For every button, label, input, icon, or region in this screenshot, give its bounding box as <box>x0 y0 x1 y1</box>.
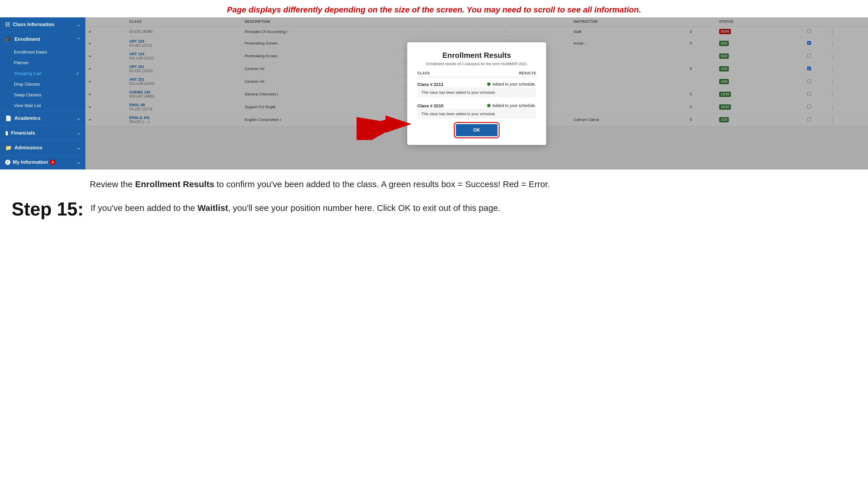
modal-result-status-2: Added to your schedule. <box>492 103 536 108</box>
review-paragraph: Review the Enrollment Results to confirm… <box>90 178 778 190</box>
review-text-after: to confirm you've been added to the clas… <box>214 180 550 189</box>
modal-result-badge-1: Added to your schedule. <box>487 82 536 87</box>
card-icon: ▮ <box>5 130 8 136</box>
top-banner: Page displays differently depending on t… <box>0 0 868 18</box>
review-bold: Enrollment Results <box>135 180 214 189</box>
check-icon: ✓ <box>76 71 80 76</box>
step15-bold: Waitlist <box>197 203 228 213</box>
sidebar-label-academics: Academics <box>14 116 40 121</box>
modal-class-num-2: Class # 2215 <box>417 103 443 108</box>
step15-text-after: , you'll see your position number here. … <box>228 203 500 213</box>
chevron-down-icon: ⌄ <box>77 23 80 27</box>
cap-icon: 🎓 <box>5 36 11 42</box>
book-icon: 📄 <box>5 115 11 122</box>
sidebar-section-my-information: i My Information 4 ⌄ <box>0 155 85 169</box>
ok-button[interactable]: OK <box>456 124 498 136</box>
modal-col-class-label: CLASS <box>417 71 430 75</box>
modal-title: Enrollment Results <box>417 51 536 60</box>
grid-icon: ☷ <box>5 22 10 28</box>
modal-col-results-label: RESULTS <box>519 71 536 75</box>
table-area: CLASS DESCRIPTION INSTRUCTOR STATUS <box>85 18 868 169</box>
svg-line-1 <box>360 124 400 131</box>
chevron-down-financials: ⌄ <box>77 131 80 135</box>
step15-label: Step 15: <box>0 199 84 219</box>
info-icon: i <box>5 160 10 165</box>
green-dot-icon-1 <box>487 83 491 86</box>
svg-marker-2 <box>356 120 385 136</box>
red-arrow-icon <box>356 108 414 140</box>
main-area: ☷ Class Information ⌄ 🎓 Enrollment ⌃ Enr… <box>0 18 868 169</box>
sidebar-item-academics[interactable]: 📄 Academics ⌄ <box>0 111 85 126</box>
sidebar-section-enrollment: 🎓 Enrollment ⌃ Enrollment Dates Planner … <box>0 32 85 111</box>
sidebar-label-admissions: Admissions <box>14 145 42 151</box>
modal-result-row-1: Class # 2211 Added to your schedule. <box>417 80 536 87</box>
modal-subtitle: Enrollment results of 2 class(es) for th… <box>417 62 536 66</box>
sidebar-enrollment-dates[interactable]: Enrollment Dates <box>0 46 85 57</box>
sidebar-section-admissions: 📁 Admissions ⌄ <box>0 140 85 155</box>
sidebar-drop-classes[interactable]: Drop Classes <box>0 79 85 89</box>
sidebar-view-wait-list[interactable]: View Wait List <box>0 100 85 111</box>
chevron-down-academics: ⌄ <box>77 116 80 121</box>
step15-text: If you've been added to the Waitlist, yo… <box>91 199 500 214</box>
page-wrapper: Page displays differently depending on t… <box>0 0 868 231</box>
modal-overlay: Enrollment Results Enrollment results of… <box>85 18 868 169</box>
sidebar-label-my-information: My Information <box>13 159 48 165</box>
modal-class-num-1: Class # 2211 <box>417 82 443 87</box>
modal-result-badge-2: Added to your schedule. <box>487 103 536 108</box>
modal-columns-header: CLASS RESULTS <box>417 71 536 77</box>
my-information-badge: 4 <box>50 159 56 165</box>
banner-text: Page displays differently depending on t… <box>227 5 641 14</box>
modal-message-1: This class has been added to your schedu… <box>417 87 536 97</box>
sidebar: ☷ Class Information ⌄ 🎓 Enrollment ⌃ Enr… <box>0 18 85 169</box>
green-dot-icon-2 <box>487 104 491 107</box>
svg-marker-3 <box>385 116 411 133</box>
sidebar-section-class-information: ☷ Class Information ⌄ <box>0 18 85 32</box>
sidebar-item-my-information[interactable]: i My Information 4 ⌄ <box>0 155 85 169</box>
chevron-down-my-info: ⌄ <box>77 160 80 165</box>
sidebar-section-academics: 📄 Academics ⌄ <box>0 111 85 126</box>
modal-result-row-2: Class # 2215 Added to your schedule. <box>417 101 536 109</box>
chevron-up-icon: ⌃ <box>77 37 80 42</box>
sidebar-item-class-information[interactable]: ☷ Class Information ⌄ <box>0 18 85 32</box>
sidebar-item-enrollment[interactable]: 🎓 Enrollment ⌃ <box>0 32 85 46</box>
folder-icon: 📁 <box>5 144 11 151</box>
modal-message-2: This class has been added to your schedu… <box>417 109 536 119</box>
review-text-plain: Review the <box>90 180 135 189</box>
modal-ok-area: OK <box>417 124 536 136</box>
sidebar-label-financials: Financials <box>11 130 35 136</box>
sidebar-label-class-information: Class Information <box>13 22 54 28</box>
sidebar-item-financials[interactable]: ▮ Financials ⌄ <box>0 126 85 140</box>
enrollment-results-modal: Enrollment Results Enrollment results of… <box>407 42 546 145</box>
sidebar-swap-classes[interactable]: Swap Classes <box>0 89 85 100</box>
sidebar-section-financials: ▮ Financials ⌄ <box>0 126 85 140</box>
sidebar-shopping-cart[interactable]: Shopping Cart ✓ <box>0 68 85 79</box>
chevron-down-admissions: ⌄ <box>77 146 80 150</box>
modal-result-status-1: Added to your schedule. <box>492 82 536 87</box>
step15-row: Step 15: If you've been added to the Wai… <box>0 199 868 231</box>
sidebar-label-enrollment: Enrollment <box>14 36 40 42</box>
instructions-area: Review the Enrollment Results to confirm… <box>0 169 868 199</box>
sidebar-planner[interactable]: Planner <box>0 57 85 68</box>
sidebar-item-admissions[interactable]: 📁 Admissions ⌄ <box>0 140 85 155</box>
step15-text-plain: If you've been added to the <box>91 203 197 213</box>
